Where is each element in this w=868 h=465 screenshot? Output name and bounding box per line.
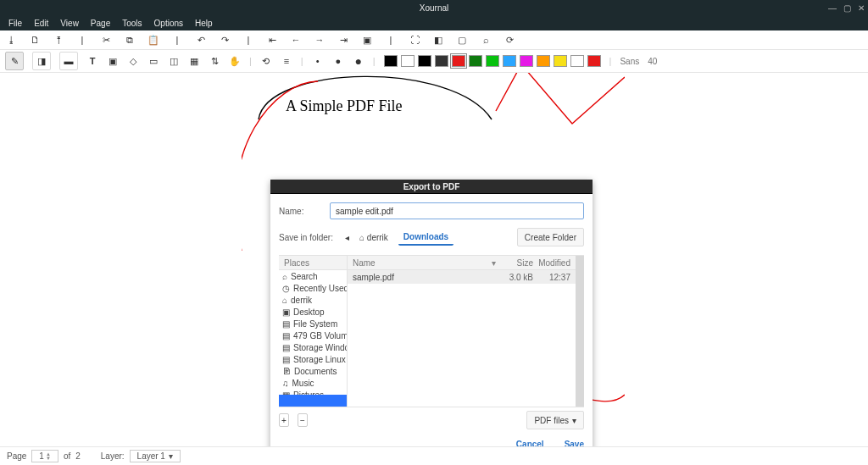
color-swatch[interactable] — [469, 55, 482, 67]
place-icon: ▤ — [282, 319, 290, 329]
menu-edit[interactable]: Edit — [34, 19, 48, 28]
fullscreen-icon[interactable]: ⛶ — [409, 34, 420, 46]
separator: | — [171, 34, 183, 46]
menu-tools[interactable]: Tools — [122, 19, 142, 28]
place-icon: ⌕ — [282, 272, 287, 281]
thickness-thin-icon[interactable]: • — [312, 55, 324, 67]
hand-tool[interactable]: ✋ — [229, 55, 241, 67]
undo-icon[interactable]: ↶ — [195, 34, 207, 46]
places-item[interactable]: ♫Music — [279, 377, 347, 389]
menu-options[interactable]: Options — [154, 19, 183, 28]
places-item[interactable]: ▤Storage Linux — [279, 353, 347, 365]
thickness-thick-icon[interactable]: ● — [353, 55, 364, 67]
font-name[interactable]: Sans — [620, 57, 639, 66]
fit-page-icon[interactable]: ▢ — [456, 34, 468, 46]
maximize-icon[interactable]: ▢ — [843, 3, 851, 13]
places-item[interactable]: ⌕Search — [279, 270, 347, 282]
col-modified[interactable]: Modified — [533, 258, 570, 268]
create-folder-button[interactable]: Create Folder — [517, 228, 584, 246]
color-swatch[interactable] — [486, 55, 499, 67]
places-header: Places — [279, 256, 347, 270]
places-item[interactable]: ▤479 GB Volume — [279, 329, 347, 341]
places-item[interactable]: ▤Storage Windows — [279, 341, 347, 353]
color-swatch[interactable] — [587, 55, 601, 67]
color-swatch[interactable] — [418, 55, 431, 67]
zoom-reset-icon[interactable]: ⟳ — [504, 34, 515, 46]
menu-help[interactable]: Help — [195, 19, 213, 28]
last-page-icon[interactable]: ⇥ — [337, 34, 349, 46]
menu-page[interactable]: Page — [91, 19, 110, 28]
font-size[interactable]: 40 — [648, 57, 657, 66]
color-swatch[interactable] — [452, 55, 465, 67]
eraser-tool[interactable]: ◨ — [32, 52, 51, 70]
new-icon[interactable]: 🗋 — [29, 34, 41, 46]
menu-file[interactable]: File — [8, 19, 22, 28]
layer-select[interactable]: Layer 1▾ — [130, 450, 181, 462]
color-swatch[interactable] — [384, 55, 398, 67]
image-tool[interactable]: ▣ — [107, 55, 119, 67]
menu-view[interactable]: View — [60, 19, 79, 28]
page-number-input[interactable]: 1 ▲▼ — [31, 450, 58, 462]
shape-recognizer-icon[interactable]: ⟲ — [260, 55, 272, 67]
color-swatch[interactable] — [537, 55, 550, 67]
home-icon: ⌂ — [359, 233, 364, 242]
page-label: Page — [7, 451, 26, 461]
col-size[interactable]: Size — [503, 258, 533, 268]
zoom-out-icon[interactable]: ▣ — [361, 34, 373, 46]
select-rect-tool[interactable]: ◫ — [168, 55, 180, 67]
color-swatch[interactable] — [401, 55, 415, 67]
color-swatch[interactable] — [554, 55, 567, 67]
separator: | — [301, 56, 303, 66]
fit-width-icon[interactable]: ◧ — [432, 34, 444, 46]
separator: | — [242, 34, 254, 46]
color-swatch[interactable] — [520, 55, 533, 67]
places-add-button[interactable]: + — [279, 413, 289, 427]
places-item[interactable]: ▤File System — [279, 318, 347, 329]
places-remove-button[interactable]: − — [298, 413, 308, 427]
window-titlebar: Xournal — ▢ ✕ — [0, 0, 868, 15]
filetype-select[interactable]: PDF files ▾ — [526, 411, 584, 429]
places-item[interactable]: ▣Desktop — [279, 306, 347, 318]
thickness-med-icon[interactable]: ● — [332, 55, 344, 67]
prev-page-icon[interactable]: ← — [290, 34, 302, 46]
places-item[interactable]: ⌂derrik — [279, 294, 347, 306]
file-row[interactable]: sample.pdf 3.0 kB 12:37 — [348, 270, 576, 284]
color-swatch[interactable] — [570, 55, 584, 67]
color-swatch[interactable] — [435, 55, 448, 67]
line-style-icon[interactable]: ≡ — [281, 55, 292, 67]
highlighter-tool[interactable]: ▬ — [59, 52, 78, 70]
minimize-icon[interactable]: — — [828, 3, 837, 13]
scrollbar[interactable] — [576, 256, 584, 407]
cut-icon[interactable]: ✂ — [100, 34, 112, 46]
layer-label: Layer: — [101, 451, 125, 461]
places-item[interactable]: 🖹Documents — [279, 365, 347, 377]
places-panel: Places ⌕Search◷Recently Used⌂derrik▣Desk… — [279, 256, 348, 407]
vspace-tool[interactable]: ⇅ — [209, 55, 220, 67]
chevron-down-icon: ▾ — [572, 416, 576, 425]
page-spinner[interactable]: ▲▼ — [46, 452, 51, 461]
text-tool[interactable]: T — [86, 55, 98, 67]
file-name: sample.pdf — [353, 273, 503, 282]
select-region-tool[interactable]: ▦ — [188, 55, 200, 67]
file-list-header[interactable]: Name ▾ Size Modified — [348, 256, 576, 270]
redo-icon[interactable]: ↷ — [219, 34, 231, 46]
filename-input[interactable]: sample edit.pdf — [330, 202, 584, 219]
path-current[interactable]: Downloads — [398, 230, 453, 246]
paste-icon[interactable]: 📋 — [147, 34, 159, 46]
pen-tool[interactable]: ✎ — [5, 52, 24, 70]
open-icon[interactable]: ⭱ — [53, 34, 64, 46]
save-icon[interactable]: ⭳ — [5, 34, 17, 46]
color-swatch[interactable] — [503, 55, 516, 67]
path-up-icon[interactable]: ◂ — [345, 233, 349, 242]
places-item[interactable]: ◷Recently Used — [279, 282, 347, 294]
col-name[interactable]: Name — [353, 258, 492, 268]
first-page-icon[interactable]: ⇤ — [266, 34, 278, 46]
close-icon[interactable]: ✕ — [858, 3, 865, 13]
next-page-icon[interactable]: → — [314, 34, 326, 46]
ruler-tool[interactable]: ▭ — [147, 55, 159, 67]
places-item-selected[interactable] — [279, 395, 347, 407]
shape-tool[interactable]: ◇ — [127, 55, 139, 67]
path-home[interactable]: ⌂ derrik — [354, 230, 393, 245]
zoom-icon[interactable]: ⌕ — [480, 34, 492, 46]
copy-icon[interactable]: ⧉ — [124, 34, 136, 46]
